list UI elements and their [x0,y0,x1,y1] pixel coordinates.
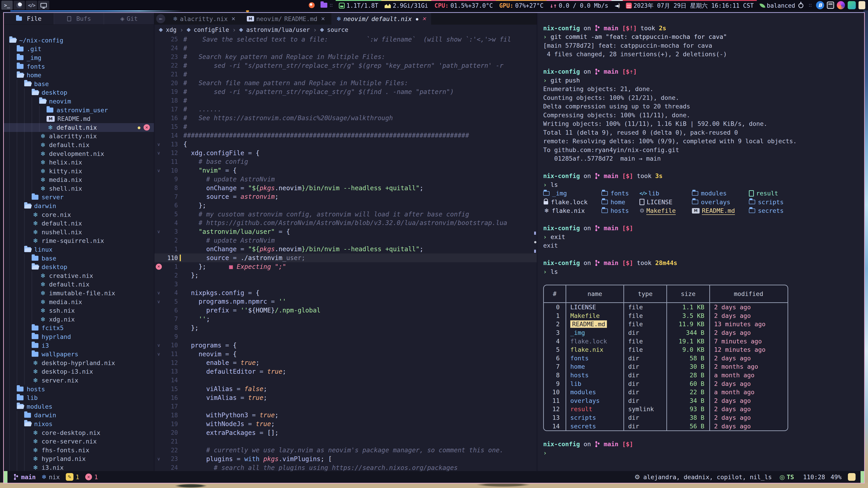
tree-item-hosts[interactable]: hosts [4,385,154,394]
breadcrumb-segment[interactable]: xdg [166,26,177,33]
code-line[interactable]: 6 prefix = ''${HOME}/.npm-global [154,306,537,315]
explorer-tab-file[interactable]: File [4,13,54,24]
code-line[interactable]: 2 # update AstroNvim [154,236,537,245]
code-line[interactable]: ∨11 neovim = { [154,350,537,359]
tree-item-core-server.nix[interactable]: ❄core-server.nix [4,437,154,446]
code-line[interactable]: 7 ''; [154,315,537,324]
tree-item-core-desktop.nix[interactable]: ❄core-desktop.nix [4,428,154,437]
tray-bluetooth-icon[interactable]: B [816,1,824,9]
tree-item-wallpapers[interactable]: wallpapers [4,350,154,359]
tree-item-darwin[interactable]: darwin [4,411,154,420]
tree-item-base[interactable]: base [4,79,154,88]
code-line[interactable]: 18# [154,96,537,105]
tree-item-hyprland[interactable]: hyprland [4,332,154,341]
code-line[interactable]: ∨10 "nvim" = { [154,166,537,175]
tree-item-i3[interactable]: i3 [4,341,154,350]
tree-item-i3.nix[interactable]: ❄i3.nix [4,463,154,471]
tray-firefox-icon[interactable] [837,1,845,9]
code-line[interactable]: 8 }; [154,324,537,332]
tree-item-immutable-file.nix[interactable]: ❄immutable-file.nix [4,289,154,297]
tree-item-fhs-fonts.nix[interactable]: ❄fhs-fonts.nix [4,446,154,455]
code-line[interactable]: 22# sed -ri "s/pattern_str/replace_str/g… [154,61,537,70]
workspace-code[interactable]: </> [26,1,37,10]
tree-item-shell.nix[interactable]: ❄shell.nix [4,184,154,193]
code-line[interactable]: 15 viAlias = false; [154,385,537,394]
code-line[interactable]: 15# [154,123,537,131]
tab-close-icon[interactable]: ✕ [422,16,426,22]
tree-item-.git[interactable]: .git [4,45,154,54]
error-count[interactable]: ✕ 1 [85,474,98,481]
network-module[interactable]: ↓↑ 0.0 / 0.0 Mb/s [547,0,611,10]
code-line[interactable]: 14 [154,376,537,385]
code-line[interactable]: 12 enable = true; [154,358,537,367]
tree-item-server[interactable]: server [4,193,154,202]
tree-item-astronvim_user[interactable]: astronvim_user [4,106,154,115]
tree-item-desktop-hyprland.nix[interactable]: ❄desktop-hyprland.nix [4,359,154,367]
tree-item-kitty.nix[interactable]: ❄kitty.nix [4,167,154,175]
breadcrumb-segment[interactable]: astronvim/lua/user [246,26,310,33]
code-line[interactable]: 5 # my cusotom astronvim config, astronv… [154,210,537,219]
code-line[interactable]: 17# ...... [154,105,537,114]
tree-item-desktop[interactable]: desktop [4,263,154,271]
tree-item-default.nix[interactable]: ❄default.nix [4,140,154,149]
code-line[interactable]: 9 [154,332,537,341]
workspace-terminal[interactable]: >_ [1,1,13,10]
code-line[interactable]: ✕1 }; ■ Expecting ";" [154,262,537,271]
tree-item-xdg.nix[interactable]: ❄xdg.nix [4,315,154,324]
tab-close-icon[interactable]: ✕ [321,16,325,22]
tree-item-fcitx5[interactable]: fcitx5 [4,324,154,332]
code-line[interactable]: 14######################################… [154,131,537,140]
code-line[interactable]: ∨10 programs = { [154,341,537,350]
code-line[interactable]: 7 source = astronvim; [154,192,537,201]
tree-item-desktop[interactable]: desktop [4,88,154,97]
code-line[interactable]: 2 }; [154,271,537,280]
power-profile-module[interactable]: balanced [757,0,806,10]
code-line[interactable]: 20# Search file name pattern and Replace… [154,78,537,88]
tree-item-default.nix[interactable]: ❄default.nix●✕ [4,123,154,132]
tree-item-default.nix[interactable]: ❄default.nix [4,219,154,228]
code-line[interactable]: 3 [154,280,537,289]
files-icon[interactable] [320,3,327,8]
tree-item-README.md[interactable]: MREADME.md [4,114,154,123]
tree-item-hyprland.nix[interactable]: ❄hyprland.nix [4,455,154,463]
tray-notes-icon[interactable] [859,1,865,9]
code-line[interactable]: 1 onChange = "${pkgs.neovim}/bin/nvim --… [154,245,537,254]
code-line[interactable]: ∨4 nixpkgs.config = { [154,289,537,297]
tab-scroll-back-button[interactable]: ← [156,14,165,23]
terminal-split[interactable]: nix-config on main [$!] took 2s› git com… [537,13,864,471]
tree-item-darwin[interactable]: darwin [4,201,154,210]
tree-item-base[interactable]: base [4,254,154,263]
tree-item-modules[interactable]: modules [4,402,154,411]
code-line[interactable]: 110 source = ./astronvim_user; [154,254,537,262]
code-line[interactable]: 4 # https://github.com/AstroNvim/AstroNv… [154,219,537,227]
code-line[interactable]: 25# Save the selected text to a file: `:… [154,35,537,44]
tab-default.nix[interactable]: ❄neovim/default.nix●✕ [331,13,431,25]
tree-item-desktop-i3.nix[interactable]: ❄desktop-i3.nix [4,367,154,376]
git-branch-status[interactable]: main [13,474,36,481]
code-editor[interactable]: 25# Save the selected text to a file: `:… [154,35,537,471]
code-line[interactable]: ∨12 xdg.configFile = { [154,149,537,158]
tray-device-icon[interactable] [827,2,834,9]
code-line[interactable]: 17 [154,402,537,411]
code-line[interactable]: 23# Search key pattern and Replace in Mu… [154,53,537,61]
code-line[interactable]: 6 }; [154,201,537,210]
tab-close-icon[interactable]: ✕ [231,16,235,22]
tree-item-alacritty.nix[interactable]: ❄alacritty.nix [4,132,154,141]
tree-item-home[interactable]: home [4,71,154,79]
tree-item-nushell.nix[interactable]: ❄nushell.nix [4,228,154,236]
code-line[interactable]: ∨23 plugins = with pkgs.vimPlugins; [ [154,455,537,463]
tab-README.md[interactable]: Mneovim/README.md✕ [242,13,330,25]
memory-module[interactable]: 2.9Gi/31Gi [381,0,431,10]
breadcrumb-segment[interactable]: source [327,26,348,33]
tree-item-media.nix[interactable]: ❄media.nix [4,175,154,184]
code-line[interactable]: ∨5 programs.npm.npmrc = '' [154,297,537,306]
code-line[interactable]: 19# sed -ri "s/pattern_str/replace_str/g… [154,88,537,96]
code-line[interactable]: 24# [154,44,537,53]
tree-item-default.nix[interactable]: ❄default.nix [4,280,154,289]
code-line[interactable]: 22 # currently we use lazy.nvim as neovi… [154,446,537,455]
clock-module[interactable]: 2023年 07月 29日 星期六 16:16:11 CST [623,0,757,10]
code-line[interactable]: 8 onChange = "${pkgs.neovim}/bin/nvim --… [154,184,537,193]
tree-item-fonts[interactable]: fonts [4,62,154,71]
tree-item-neovim[interactable]: neovim [4,97,154,106]
code-line[interactable]: ∨3 "astronvim/lua/user" = { [154,227,537,236]
